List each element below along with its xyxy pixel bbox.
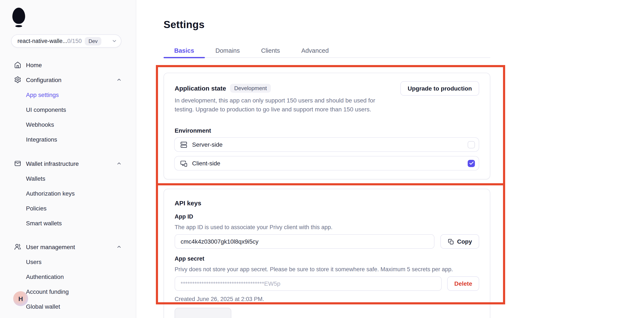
workspace-usage: 0/150 [67,38,82,44]
workspace-name: react-native-walle... [18,38,67,44]
api-keys-card: API keys App ID The app ID is used to as… [164,189,490,318]
app-id-label: App ID [175,213,490,220]
app-secret-description: Privy does not store your app secret. Pl… [175,266,479,273]
sidebar-item-authentication[interactable]: Authentication [0,269,136,284]
sidebar-item-wallet-infrastructure[interactable]: Wallet infrastructure [0,156,136,171]
privy-dashboard: react-native-walle... 0/150 Dev Home Con… [0,0,644,318]
upgrade-to-production-button[interactable]: Upgrade to production [400,81,479,96]
environment-option-client-side[interactable]: Client-side [174,156,479,170]
sidebar: react-native-walle... 0/150 Dev Home Con… [0,0,136,318]
page-title: Settings [164,18,644,31]
development-badge: Development [230,84,271,93]
privy-logo-base [15,25,22,27]
sidebar-item-integrations[interactable]: Integrations [0,132,136,147]
sidebar-item-smart-wallets[interactable]: Smart wallets [0,216,136,230]
environment-option-label: Server-side [192,141,222,148]
application-state-description: In development, this app can only suppor… [175,96,391,114]
wallet-icon [14,160,21,167]
chevron-up-icon[interactable] [116,244,122,250]
app-id-input[interactable] [175,234,435,249]
chevron-down-icon [112,38,117,44]
tab-advanced[interactable]: Advanced [291,44,340,57]
users-icon [14,243,21,250]
copy-button[interactable]: Copy [440,234,479,249]
sidebar-item-home[interactable]: Home [0,57,136,72]
server-icon [180,141,188,148]
api-keys-title: API keys [175,199,490,207]
app-secret-input[interactable] [175,276,442,291]
chevron-up-icon[interactable] [116,77,122,82]
sidebar-item-ui-components[interactable]: UI components [0,102,136,117]
sidebar-item-app-settings[interactable]: App settings [0,87,136,102]
sidebar-item-label: Home [26,61,42,68]
sidebar-item-label: Wallet infrastructure [26,160,79,167]
user-avatar[interactable]: H [13,291,28,306]
app-id-description: The app ID is used to associate your Pri… [175,224,479,231]
monitor-smartphone-icon [180,160,188,167]
copy-icon [448,238,454,245]
sidebar-item-webhooks[interactable]: Webhooks [0,117,136,132]
environment-option-label: Client-side [192,160,220,167]
app-secret-label: App secret [175,256,490,262]
partial-button-cutoff[interactable] [175,308,231,318]
home-icon [14,61,21,68]
gear-icon [14,76,21,83]
tab-basics[interactable]: Basics [164,44,205,57]
tab-clients[interactable]: Clients [250,44,291,57]
sidebar-item-configuration[interactable]: Configuration [0,72,136,87]
delete-button[interactable]: Delete [447,276,479,291]
sidebar-item-users[interactable]: Users [0,254,136,269]
chevron-up-icon[interactable] [116,161,122,166]
sidebar-item-policies[interactable]: Policies [0,201,136,216]
created-timestamp: Created June 26, 2025 at 2:03 PM. [175,296,490,303]
tab-domains[interactable]: Domains [205,44,250,57]
privy-logo [12,8,25,24]
sidebar-item-wallets[interactable]: Wallets [0,171,136,186]
dev-badge: Dev [85,37,102,45]
app-switcher[interactable]: react-native-walle... 0/150 Dev [11,34,122,48]
copy-button-label: Copy [457,238,472,245]
application-state-card: Application state Development Upgrade to… [164,73,490,179]
environment-label: Environment [175,127,490,134]
sidebar-item-label: Configuration [26,76,62,83]
sidebar-item-user-management[interactable]: User management [0,239,136,254]
tab-bar: Basics Domains Clients Advanced [164,44,490,58]
main-content: Settings Basics Domains Clients Advanced… [136,0,644,318]
client-side-checkbox[interactable] [468,160,475,167]
environment-option-server-side[interactable]: Server-side [174,137,479,152]
sidebar-item-authorization-keys[interactable]: Authorization keys [0,186,136,201]
application-state-title: Application state [175,85,226,92]
server-side-checkbox[interactable] [468,141,475,148]
sidebar-nav: Home Configuration App settings UI compo… [0,57,136,314]
sidebar-item-label: User management [26,243,75,250]
